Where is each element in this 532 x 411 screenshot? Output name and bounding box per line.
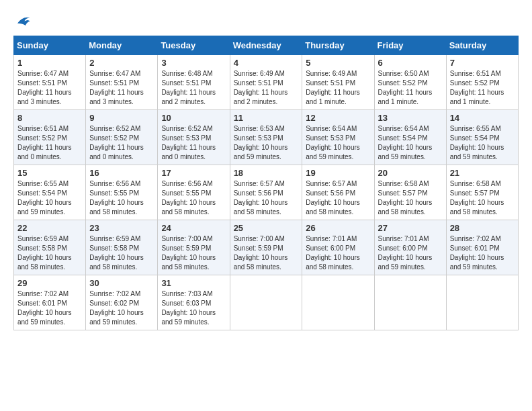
daylight-label: Daylight: 10 hours and 58 minutes. (234, 199, 288, 216)
day-info: Sunrise: 6:55 AM Sunset: 5:54 PM Dayligh… (17, 179, 82, 217)
day-info: Sunrise: 6:56 AM Sunset: 5:55 PM Dayligh… (89, 179, 154, 217)
sunrise-label: Sunrise: 6:51 AM (450, 70, 501, 77)
sunrise-label: Sunrise: 6:51 AM (17, 125, 69, 132)
day-number: 20 (378, 168, 443, 178)
day-number: 13 (378, 113, 443, 123)
calendar-cell (302, 275, 374, 330)
day-number: 15 (17, 168, 82, 178)
weekday-header-cell: Tuesday (158, 36, 230, 55)
daylight-label: Daylight: 10 hours and 58 minutes. (89, 254, 144, 271)
sunrise-label: Sunrise: 6:48 AM (161, 70, 212, 77)
calendar-cell: 30 Sunrise: 7:02 AM Sunset: 6:02 PM Dayl… (86, 275, 158, 330)
sunset-label: Sunset: 5:56 PM (234, 189, 283, 197)
daylight-label: Daylight: 10 hours and 58 minutes. (306, 199, 360, 216)
calendar-cell (374, 275, 446, 330)
day-info: Sunrise: 6:48 AM Sunset: 5:51 PM Dayligh… (161, 69, 226, 107)
sunset-label: Sunset: 5:57 PM (450, 189, 500, 197)
day-number: 16 (89, 168, 154, 178)
daylight-label: Daylight: 10 hours and 58 minutes. (306, 254, 360, 271)
day-number: 23 (89, 223, 154, 233)
daylight-label: Daylight: 11 hours and 1 minute. (450, 89, 504, 105)
sunrise-label: Sunrise: 6:49 AM (234, 70, 285, 77)
day-info: Sunrise: 7:01 AM Sunset: 6:00 PM Dayligh… (378, 234, 443, 272)
sunset-label: Sunset: 5:52 PM (17, 134, 67, 142)
calendar-cell: 1 Sunrise: 6:47 AM Sunset: 5:51 PM Dayli… (14, 55, 86, 110)
day-number: 25 (234, 223, 299, 233)
day-number: 30 (89, 278, 154, 288)
weekday-header-cell: Monday (86, 36, 158, 55)
daylight-label: Daylight: 11 hours and 1 minute. (378, 89, 433, 105)
sunset-label: Sunset: 5:54 PM (17, 189, 67, 197)
weekday-header-cell: Saturday (446, 36, 518, 55)
daylight-label: Daylight: 10 hours and 58 minutes. (89, 199, 144, 216)
day-number: 1 (17, 58, 82, 68)
day-info: Sunrise: 6:55 AM Sunset: 5:54 PM Dayligh… (450, 124, 515, 162)
daylight-label: Daylight: 10 hours and 59 minutes. (89, 309, 144, 326)
calendar-cell: 29 Sunrise: 7:02 AM Sunset: 6:01 PM Dayl… (14, 275, 86, 330)
day-number: 17 (161, 168, 226, 178)
calendar-cell: 5 Sunrise: 6:49 AM Sunset: 5:51 PM Dayli… (302, 55, 374, 110)
day-info: Sunrise: 6:57 AM Sunset: 5:56 PM Dayligh… (306, 179, 370, 217)
sunrise-label: Sunrise: 6:49 AM (306, 70, 357, 77)
calendar-cell: 8 Sunrise: 6:51 AM Sunset: 5:52 PM Dayli… (14, 110, 86, 165)
sunrise-label: Sunrise: 6:52 AM (89, 125, 140, 132)
calendar-cell: 28 Sunrise: 7:02 AM Sunset: 6:01 PM Dayl… (446, 220, 518, 275)
day-number: 27 (378, 223, 443, 233)
day-info: Sunrise: 6:59 AM Sunset: 5:58 PM Dayligh… (89, 234, 154, 272)
sunrise-label: Sunrise: 7:03 AM (161, 290, 212, 298)
sunset-label: Sunset: 5:51 PM (17, 79, 67, 87)
sunset-label: Sunset: 6:01 PM (17, 300, 67, 307)
weekday-header-cell: Wednesday (230, 36, 302, 55)
daylight-label: Daylight: 10 hours and 59 minutes. (306, 144, 360, 161)
day-number: 19 (306, 168, 370, 178)
calendar-cell: 19 Sunrise: 6:57 AM Sunset: 5:56 PM Dayl… (302, 165, 374, 220)
calendar-week-row: 22 Sunrise: 6:59 AM Sunset: 5:58 PM Dayl… (14, 220, 519, 275)
sunset-label: Sunset: 5:54 PM (378, 134, 428, 142)
daylight-label: Daylight: 10 hours and 58 minutes. (17, 254, 72, 271)
sunrise-label: Sunrise: 6:47 AM (17, 70, 69, 77)
calendar-table: SundayMondayTuesdayWednesdayThursdayFrid… (13, 36, 519, 330)
calendar-cell: 6 Sunrise: 6:50 AM Sunset: 5:52 PM Dayli… (374, 55, 446, 110)
sunrise-label: Sunrise: 6:55 AM (450, 125, 501, 132)
sunset-label: Sunset: 5:55 PM (89, 189, 139, 197)
day-info: Sunrise: 7:00 AM Sunset: 5:59 PM Dayligh… (234, 234, 299, 272)
calendar-cell: 12 Sunrise: 6:54 AM Sunset: 5:53 PM Dayl… (302, 110, 374, 165)
daylight-label: Daylight: 11 hours and 2 minutes. (161, 89, 216, 105)
calendar-week-row: 15 Sunrise: 6:55 AM Sunset: 5:54 PM Dayl… (14, 165, 519, 220)
sunset-label: Sunset: 5:51 PM (234, 79, 283, 87)
weekday-header-cell: Sunday (14, 36, 86, 55)
day-info: Sunrise: 7:03 AM Sunset: 6:03 PM Dayligh… (161, 289, 226, 327)
sunrise-label: Sunrise: 6:59 AM (89, 235, 140, 242)
sunset-label: Sunset: 5:52 PM (378, 79, 428, 87)
logo-text (13, 13, 31, 30)
sunrise-label: Sunrise: 6:56 AM (89, 180, 140, 187)
weekday-header-cell: Thursday (302, 36, 374, 55)
sunset-label: Sunset: 5:57 PM (378, 189, 428, 197)
day-number: 3 (161, 58, 226, 68)
daylight-label: Daylight: 10 hours and 59 minutes. (450, 254, 504, 271)
daylight-label: Daylight: 11 hours and 3 minutes. (89, 89, 144, 105)
day-info: Sunrise: 6:52 AM Sunset: 5:52 PM Dayligh… (89, 124, 154, 162)
sunset-label: Sunset: 6:00 PM (306, 244, 355, 252)
sunset-label: Sunset: 5:53 PM (161, 134, 211, 142)
sunset-label: Sunset: 6:03 PM (161, 300, 211, 307)
day-info: Sunrise: 6:54 AM Sunset: 5:54 PM Dayligh… (378, 124, 443, 162)
sunrise-label: Sunrise: 6:47 AM (89, 70, 140, 77)
sunset-label: Sunset: 5:51 PM (89, 79, 139, 87)
sunset-label: Sunset: 5:59 PM (234, 244, 283, 252)
sunrise-label: Sunrise: 7:01 AM (306, 235, 357, 242)
calendar-cell: 18 Sunrise: 6:57 AM Sunset: 5:56 PM Dayl… (230, 165, 302, 220)
day-number: 7 (450, 58, 515, 68)
calendar-week-row: 29 Sunrise: 7:02 AM Sunset: 6:01 PM Dayl… (14, 275, 519, 330)
sunrise-label: Sunrise: 6:54 AM (378, 125, 429, 132)
day-number: 21 (450, 168, 515, 178)
daylight-label: Daylight: 10 hours and 59 minutes. (378, 144, 433, 161)
day-info: Sunrise: 7:01 AM Sunset: 6:00 PM Dayligh… (306, 234, 370, 272)
weekday-header-row: SundayMondayTuesdayWednesdayThursdayFrid… (14, 36, 519, 55)
daylight-label: Daylight: 10 hours and 59 minutes. (378, 254, 433, 271)
calendar-cell: 10 Sunrise: 6:52 AM Sunset: 5:53 PM Dayl… (158, 110, 230, 165)
calendar-cell: 14 Sunrise: 6:55 AM Sunset: 5:54 PM Dayl… (446, 110, 518, 165)
sunrise-label: Sunrise: 7:01 AM (378, 235, 429, 242)
calendar-cell: 7 Sunrise: 6:51 AM Sunset: 5:52 PM Dayli… (446, 55, 518, 110)
day-info: Sunrise: 6:58 AM Sunset: 5:57 PM Dayligh… (378, 179, 443, 217)
